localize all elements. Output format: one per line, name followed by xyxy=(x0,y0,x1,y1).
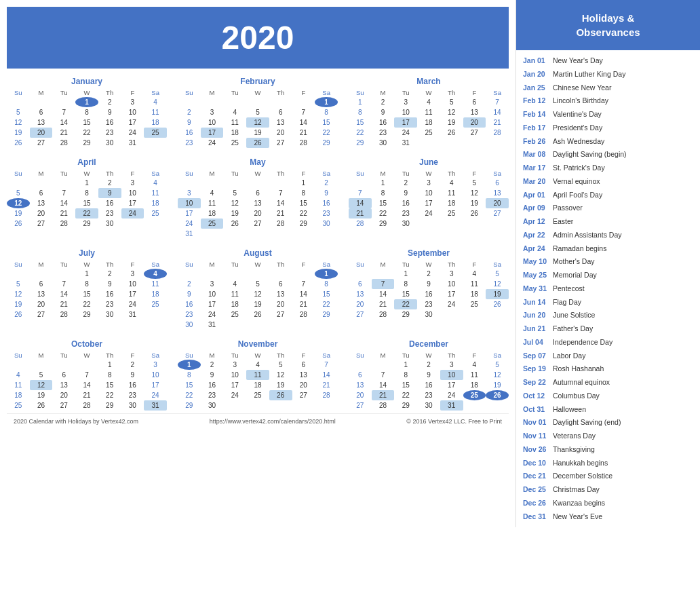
calendar-day: 17 xyxy=(394,117,417,128)
day-header: F xyxy=(121,88,144,97)
holiday-date: Nov 26 xyxy=(523,444,553,455)
holiday-name: Ramadan begins xyxy=(553,244,606,254)
calendar-day: 1 xyxy=(75,178,98,188)
year-label: 2020 xyxy=(222,20,294,56)
calendar-day: 3 xyxy=(440,269,463,279)
holiday-name: Thanksgiving xyxy=(553,444,595,455)
calendar-day: 9 xyxy=(372,107,395,117)
calendar-day xyxy=(75,360,98,370)
calendar-day xyxy=(30,269,53,279)
holiday-name: Hanukkah begins xyxy=(553,458,608,469)
day-header: Sa xyxy=(315,88,338,97)
day-header: Tu xyxy=(394,351,417,360)
calendar-day: 25 xyxy=(223,138,246,148)
calendar-day: 6 xyxy=(30,188,53,198)
holiday-name: Chinese New Year xyxy=(553,83,611,94)
calendar-day: 25 xyxy=(201,218,224,229)
calendar-day: 30 xyxy=(178,320,201,330)
calendar-day: 22 xyxy=(315,128,338,138)
calendar-day: 24 xyxy=(440,390,463,400)
calendar-day: 18 xyxy=(144,117,167,128)
calendar-day: 29 xyxy=(292,218,315,229)
calendar-day: 22 xyxy=(372,208,395,218)
day-header: F xyxy=(292,351,315,360)
holiday-item: Feb 12Lincoln's Birthday xyxy=(523,94,693,108)
month-table: SuMTuWThFSa12345678910111213141516171819… xyxy=(7,88,167,148)
calendar-day: 1 xyxy=(349,97,372,107)
calendar-day: 11 xyxy=(440,188,463,198)
calendar-day: 20 xyxy=(269,128,292,138)
day-header: W xyxy=(75,169,98,178)
calendar-day xyxy=(223,400,246,411)
day-header: Sa xyxy=(144,88,167,97)
calendar-day: 20 xyxy=(30,128,53,138)
day-header: Su xyxy=(7,88,30,97)
calendar-day: 29 xyxy=(98,400,121,411)
calendar-day: 5 xyxy=(223,188,246,198)
calendar-day: 18 xyxy=(417,117,440,128)
day-header: M xyxy=(372,260,395,269)
month-block-december: DecemberSuMTuWThFSa123456789101112131415… xyxy=(349,339,509,411)
calendar-day: 15 xyxy=(394,380,417,390)
calendar-day: 5 xyxy=(7,279,30,289)
calendar-day: 28 xyxy=(52,309,75,320)
holiday-date: Apr 01 xyxy=(523,190,553,201)
holiday-date: Apr 09 xyxy=(523,203,553,214)
month-block-september: SeptemberSuMTuWThFSa12345678910111213141… xyxy=(349,248,509,330)
calendar-day: 8 xyxy=(315,279,338,289)
calendar-day: 23 xyxy=(417,299,440,309)
calendar-day: 19 xyxy=(269,380,292,390)
day-header: Sa xyxy=(144,260,167,269)
calendar-day: 17 xyxy=(223,380,246,390)
calendar-day: 22 xyxy=(75,208,98,218)
calendar-day: 4 xyxy=(144,97,167,107)
calendar-day: 16 xyxy=(201,380,224,390)
month-table: SuMTuWThFSa12345678910111213141516171819… xyxy=(7,351,167,411)
calendar-day: 12 xyxy=(223,198,246,208)
calendar-day: 22 xyxy=(349,128,372,138)
calendar-day: 27 xyxy=(246,218,269,229)
calendar-day xyxy=(30,97,53,107)
holiday-date: Feb 12 xyxy=(523,96,553,107)
calendar-day: 27 xyxy=(30,138,53,148)
holiday-name: Father's Day xyxy=(553,324,593,335)
calendar-day: 21 xyxy=(315,380,338,390)
calendar-day: 15 xyxy=(75,198,98,208)
calendar-day xyxy=(7,97,30,107)
calendar-day xyxy=(52,269,75,279)
calendar-day xyxy=(292,320,315,330)
calendar-day: 15 xyxy=(372,198,395,208)
calendar-day: 13 xyxy=(349,380,372,390)
calendar-day: 24 xyxy=(440,299,463,309)
day-header: Sa xyxy=(315,260,338,269)
calendar-day: 4 xyxy=(463,360,486,370)
calendar-day: 16 xyxy=(178,299,201,309)
calendar-day: 19 xyxy=(7,208,30,218)
month-block-october: OctoberSuMTuWThFSa1234567891011121314151… xyxy=(7,339,167,411)
calendar-day: 13 xyxy=(349,289,372,299)
calendar-day: 24 xyxy=(394,128,417,138)
holiday-date: Sep 07 xyxy=(523,351,553,362)
holiday-name: St. Patrick's Day xyxy=(553,163,605,174)
calendar-day: 24 xyxy=(144,390,167,400)
day-header: Th xyxy=(98,88,121,97)
calendar-day: 2 xyxy=(121,360,144,370)
day-header: W xyxy=(417,351,440,360)
calendar-day: 9 xyxy=(201,370,224,380)
holiday-name: New Year's Eve xyxy=(553,512,602,522)
holiday-item: Jan 01New Year's Day xyxy=(523,54,693,68)
year-header: 2020 xyxy=(7,7,509,69)
day-header: Tu xyxy=(52,351,75,360)
calendar-day: 25 xyxy=(246,390,269,400)
month-table: SuMTuWThFSa12345678910111213141516171819… xyxy=(349,169,509,229)
day-header: Su xyxy=(7,169,30,178)
calendar-day xyxy=(246,320,269,330)
day-header: M xyxy=(201,169,224,178)
holiday-name: Valentine's Day xyxy=(553,109,602,120)
day-header: Th xyxy=(269,351,292,360)
calendar-day: 26 xyxy=(7,218,30,229)
calendar-day: 30 xyxy=(394,218,417,229)
calendar-day: 15 xyxy=(349,117,372,128)
calendar-day xyxy=(201,97,224,107)
calendar-day: 28 xyxy=(486,128,509,138)
